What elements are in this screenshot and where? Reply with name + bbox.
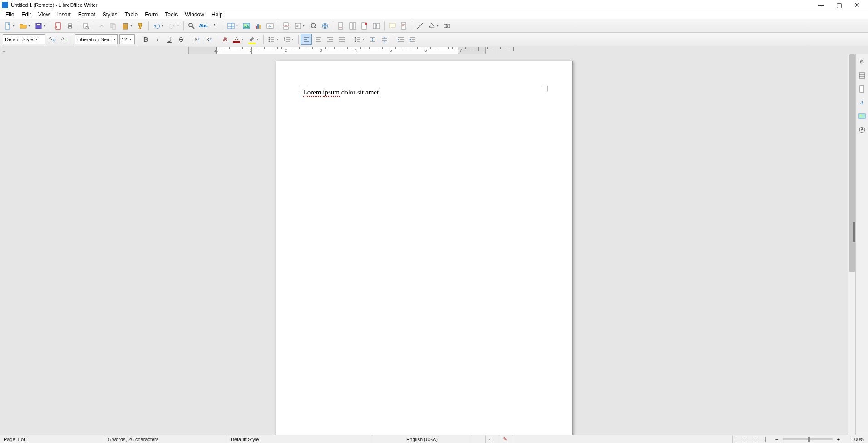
menu-form[interactable]: Form: [141, 11, 161, 18]
status-signature-icon[interactable]: ✎: [499, 435, 513, 443]
menu-help[interactable]: Help: [208, 11, 227, 18]
bold-icon[interactable]: B: [140, 34, 151, 45]
insert-table-dropdown[interactable]: ▾: [236, 24, 241, 28]
status-words[interactable]: 5 words, 26 characters: [104, 435, 227, 443]
multi-page-view-icon[interactable]: [745, 437, 755, 442]
font-size-combo[interactable]: 12▾: [119, 34, 135, 44]
menu-tools[interactable]: Tools: [161, 11, 181, 18]
align-right-icon[interactable]: [325, 34, 335, 45]
cross-ref-icon[interactable]: [371, 20, 382, 31]
status-selection-mode[interactable]: ▫: [486, 435, 499, 443]
superscript-icon[interactable]: X2: [192, 34, 202, 45]
close-window-button[interactable]: ✕: [848, 1, 866, 9]
clone-format-icon[interactable]: [135, 20, 146, 31]
insert-chart-icon[interactable]: [253, 20, 264, 31]
page-break-icon[interactable]: [281, 20, 291, 31]
indent-increase-icon[interactable]: [395, 34, 406, 45]
font-name-combo[interactable]: Liberation Serif▾: [75, 34, 118, 44]
menu-file[interactable]: File: [2, 11, 18, 18]
minimize-button[interactable]: —: [812, 1, 830, 9]
bookmark-icon[interactable]: [359, 20, 370, 31]
spellcheck-icon[interactable]: Abc: [198, 20, 209, 31]
menu-view[interactable]: View: [35, 11, 54, 18]
para-space-increase-icon[interactable]: [368, 34, 379, 45]
maximize-button[interactable]: ▢: [830, 1, 848, 9]
strike-icon[interactable]: S: [176, 34, 187, 45]
document-scroll[interactable]: Lorem ipsum dolor sit amet: [0, 54, 848, 435]
menu-format[interactable]: Format: [74, 11, 99, 18]
track-changes-icon[interactable]: [399, 20, 409, 31]
formatting-marks-icon[interactable]: ¶: [210, 20, 221, 31]
insert-table-icon[interactable]: [226, 20, 237, 31]
status-insert-mode[interactable]: [472, 435, 486, 443]
subscript-icon[interactable]: X2: [203, 34, 214, 45]
bullet-list-dropdown[interactable]: ▾: [276, 37, 281, 41]
document-text[interactable]: Lorem ipsum dolor sit amet: [303, 89, 545, 96]
basic-shapes-icon[interactable]: [426, 20, 437, 31]
line-icon[interactable]: [414, 20, 425, 31]
line-spacing-dropdown[interactable]: ▾: [363, 37, 367, 41]
align-center-icon[interactable]: [313, 34, 324, 45]
new-doc-icon[interactable]: [2, 20, 13, 31]
paste-icon[interactable]: [120, 20, 131, 31]
menu-table[interactable]: Table: [121, 11, 142, 18]
zoom-out-icon[interactable]: −: [774, 437, 780, 442]
footnote-icon[interactable]: [335, 20, 346, 31]
status-language[interactable]: English (USA): [372, 435, 472, 443]
special-char-icon[interactable]: Ω: [308, 20, 319, 31]
update-style-icon[interactable]: A↻: [47, 34, 58, 45]
insert-field-icon[interactable]: #: [292, 20, 303, 31]
export-pdf-icon[interactable]: P: [53, 20, 64, 31]
sidebar-page-icon[interactable]: [858, 84, 867, 94]
page[interactable]: Lorem ipsum dolor sit amet: [276, 61, 573, 435]
number-list-dropdown[interactable]: ▾: [292, 37, 296, 41]
para-space-decrease-icon[interactable]: [380, 34, 390, 45]
sidebar-gallery-icon[interactable]: [858, 112, 867, 121]
horizontal-ruler[interactable]: 1234567: [188, 47, 486, 54]
print-preview-icon[interactable]: [80, 20, 91, 31]
new-doc-dropdown[interactable]: ▾: [13, 24, 17, 28]
line-spacing-icon[interactable]: [352, 34, 363, 45]
zoom-slider-handle[interactable]: [808, 437, 810, 442]
menu-styles[interactable]: Styles: [99, 11, 121, 18]
open-icon[interactable]: [18, 20, 29, 31]
indent-decrease-icon[interactable]: [407, 34, 418, 45]
menu-window[interactable]: Window: [181, 11, 208, 18]
sidebar-handle[interactable]: [853, 222, 855, 242]
insert-field-dropdown[interactable]: ▾: [303, 24, 307, 28]
comment-icon[interactable]: [387, 20, 398, 31]
sidebar-styles-icon[interactable]: A: [858, 98, 867, 107]
sidebar-navigator-icon[interactable]: [858, 125, 867, 134]
highlight-dropdown[interactable]: ▾: [257, 37, 261, 41]
endnote-icon[interactable]: [347, 20, 358, 31]
paragraph-style-combo[interactable]: Default Style▾: [3, 34, 45, 44]
menu-insert[interactable]: Insert: [54, 11, 74, 18]
font-color-icon[interactable]: A: [231, 34, 242, 45]
open-dropdown[interactable]: ▾: [28, 24, 33, 28]
paste-dropdown[interactable]: ▾: [130, 24, 135, 28]
undo-dropdown[interactable]: ▾: [162, 24, 166, 28]
sidebar-settings-icon[interactable]: ⚙: [858, 57, 867, 66]
vertical-scrollbar[interactable]: [848, 54, 855, 435]
insert-image-icon[interactable]: [241, 20, 252, 31]
highlight-icon[interactable]: [247, 34, 257, 45]
number-list-icon[interactable]: 123: [281, 34, 292, 45]
font-color-dropdown[interactable]: ▾: [242, 37, 246, 41]
insert-textbox-icon[interactable]: A: [265, 20, 276, 31]
sidebar-properties-icon[interactable]: [858, 71, 867, 80]
italic-icon[interactable]: I: [152, 34, 163, 45]
save-dropdown[interactable]: ▾: [44, 24, 48, 28]
draw-functions-icon[interactable]: [442, 20, 453, 31]
menu-edit[interactable]: Edit: [18, 11, 35, 18]
bullet-list-icon[interactable]: [266, 34, 277, 45]
align-left-icon[interactable]: [301, 34, 312, 45]
zoom-in-icon[interactable]: +: [835, 437, 842, 442]
clear-format-icon[interactable]: A̷: [219, 34, 230, 45]
align-justify-icon[interactable]: [336, 34, 347, 45]
status-page[interactable]: Page 1 of 1: [0, 435, 104, 443]
save-icon[interactable]: [33, 20, 44, 31]
underline-icon[interactable]: U: [164, 34, 175, 45]
new-style-icon[interactable]: A+: [59, 34, 69, 45]
hyperlink-icon[interactable]: [320, 20, 330, 31]
zoom-percent[interactable]: 100%: [845, 435, 868, 443]
